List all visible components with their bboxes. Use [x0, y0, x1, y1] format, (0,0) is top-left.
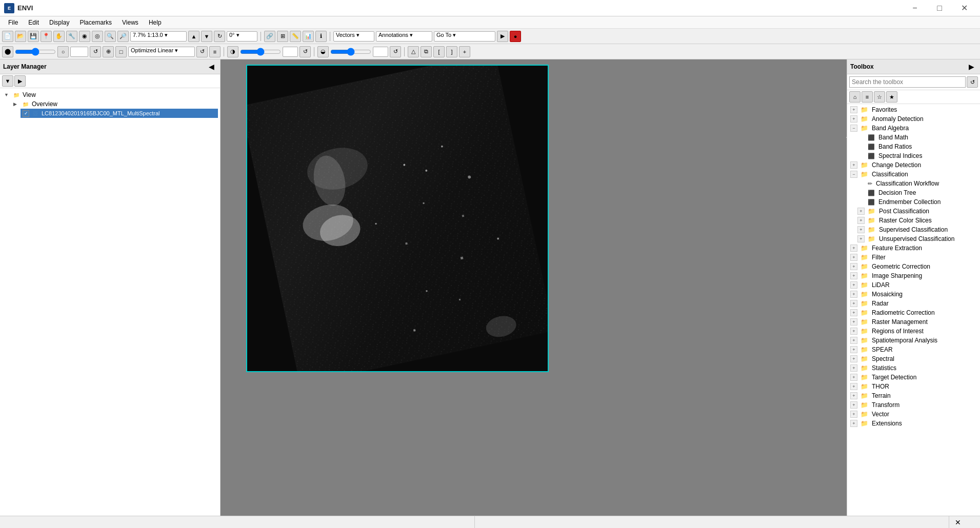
expand-btn-extensions[interactable]: + — [850, 420, 857, 427]
toolbox-item-unsupervised-classification[interactable]: +📁Unsupervised Classification — [848, 234, 979, 243]
maximize-button[interactable]: □ — [928, 0, 951, 16]
toolbox-refresh-btn[interactable]: ↺ — [967, 76, 978, 88]
toolbox-star2-btn[interactable]: ★ — [886, 91, 897, 103]
toolbox-item-filter[interactable]: +📁Filter — [848, 253, 979, 262]
brightness-value[interactable]: 50 — [70, 47, 88, 57]
refresh3-btn[interactable]: ↺ — [299, 46, 311, 57]
chart-btn[interactable]: 📊 — [303, 31, 314, 42]
canvas-area[interactable] — [221, 59, 847, 516]
zoom-out-btn[interactable]: 🔍 — [105, 31, 116, 42]
grid-btn[interactable]: ⊞ — [277, 31, 288, 42]
expand-btn-raster-color-slices[interactable]: + — [857, 217, 865, 224]
toolbox-list-btn[interactable]: ≡ — [862, 91, 873, 103]
toolbox-item-raster-management[interactable]: +📁Raster Management — [848, 317, 979, 327]
refresh4-btn[interactable]: ↺ — [390, 46, 401, 57]
tool-btn2[interactable]: ◉ — [79, 31, 90, 42]
info-btn[interactable]: ℹ — [315, 31, 327, 42]
menu-placemarks[interactable]: Placemarks — [75, 18, 116, 27]
expand-btn-lidar[interactable]: + — [850, 281, 857, 289]
bracket1-btn[interactable]: [ — [433, 46, 445, 57]
expand-btn-classification[interactable]: − — [850, 171, 857, 178]
toolbox-item-radar[interactable]: +📁Radar — [848, 299, 979, 308]
expand-btn-unsupervised-classification[interactable]: + — [857, 235, 865, 242]
expand-btn-geometric-correction[interactable]: + — [850, 263, 857, 270]
refresh2-btn[interactable]: ↺ — [196, 46, 208, 57]
expand-btn-radiometric-correction[interactable]: + — [850, 309, 857, 316]
stretch-icon-btn[interactable]: ⬤ — [2, 46, 13, 57]
toolbox-item-vector[interactable]: +📁Vector — [848, 410, 979, 419]
toolbox-item-anomaly-detection[interactable]: +📁Anomaly Detection — [848, 114, 979, 124]
toolbox-search-input[interactable] — [849, 76, 966, 88]
sun-slider[interactable] — [330, 48, 371, 55]
close-button[interactable]: ✕ — [952, 0, 976, 16]
toolbox-item-target-detection[interactable]: +📁Target Detection — [848, 373, 979, 382]
expand-btn-statistics[interactable]: + — [850, 364, 857, 372]
stretch-dropdown[interactable]: Optimized Linear ▾ — [128, 47, 195, 57]
rotation-dropdown[interactable]: 0° ▾ — [227, 31, 257, 42]
rot-btn[interactable]: ↻ — [214, 31, 225, 42]
status-close-btn[interactable]: ✕ — [952, 517, 964, 528]
expand-btn-image-sharpening[interactable]: + — [850, 272, 857, 279]
vectors-dropdown[interactable]: Vectors ▾ — [333, 31, 374, 42]
expand-btn-vector[interactable]: + — [850, 411, 857, 418]
crosshair-btn[interactable]: ⊕ — [103, 46, 114, 57]
toolbox-item-band-algebra[interactable]: −📁Band Algebra — [848, 124, 979, 133]
toolbox-item-terrain[interactable]: +📁Terrain — [848, 391, 979, 400]
toolbox-item-classification-workflow[interactable]: ✏Classification Workflow — [848, 179, 979, 188]
new-btn[interactable]: 📄 — [2, 31, 13, 42]
tree-item-overview[interactable]: ▶ 📁 Overview — [11, 99, 218, 109]
measure-btn[interactable]: 📏 — [290, 31, 301, 42]
toolbox-item-decision-tree[interactable]: ⬛Decision Tree — [848, 188, 979, 197]
sun-btn[interactable]: ◒ — [317, 46, 329, 57]
toolbox-item-extensions[interactable]: +📁Extensions — [848, 419, 979, 428]
toolbox-item-spear[interactable]: +📁SPEAR — [848, 345, 979, 354]
expand-btn-spectral[interactable]: + — [850, 355, 857, 362]
expand-btn-filter[interactable]: + — [850, 254, 857, 261]
link-btn[interactable]: 🔗 — [264, 31, 275, 42]
expand-btn-feature-extraction[interactable]: + — [850, 245, 857, 252]
toolbox-item-spatiotemporal-analysis[interactable]: +📁Spatiotemporal Analysis — [848, 336, 979, 345]
square-btn[interactable]: □ — [115, 46, 127, 57]
expand-btn-band-algebra[interactable]: − — [850, 125, 857, 132]
menu-help[interactable]: Help — [145, 18, 166, 27]
expand-btn-radar[interactable]: + — [850, 300, 857, 307]
pin-btn[interactable]: 📍 — [41, 31, 52, 42]
toolbox-item-regions-of-interest[interactable]: +📁Regions of Interest — [848, 327, 979, 336]
expand-btn-favorites[interactable]: + — [850, 106, 857, 113]
expand-btn-mosaicking[interactable]: + — [850, 291, 857, 298]
contrast-slider[interactable] — [240, 48, 281, 55]
menu-display[interactable]: Display — [45, 18, 73, 27]
move-btn[interactable]: ✋ — [53, 31, 65, 42]
expand-btn-spear[interactable]: + — [850, 346, 857, 353]
red-btn[interactable]: ● — [510, 31, 521, 42]
toolbox-item-spectral[interactable]: +📁Spectral — [848, 354, 979, 363]
toolbox-item-spectral-indices[interactable]: ⬛Spectral Indices — [848, 151, 979, 160]
minimize-button[interactable]: − — [903, 0, 927, 16]
toolbox-star-btn[interactable]: ☆ — [874, 91, 885, 103]
annotations-dropdown[interactable]: Annotations ▾ — [376, 31, 432, 42]
toolbox-item-endmember-collection[interactable]: ⬛Endmember Collection — [848, 197, 979, 207]
toolbox-item-band-ratios[interactable]: ⬛Band Ratios — [848, 142, 979, 151]
menu-file[interactable]: File — [4, 18, 22, 27]
toolbox-item-post-classification[interactable]: +📁Post Classification — [848, 207, 979, 216]
toolbox-item-transform[interactable]: +📁Transform — [848, 400, 979, 410]
goto-dropdown[interactable]: Go To ▾ — [434, 31, 495, 42]
expand-btn-supervised-classification[interactable]: + — [857, 226, 865, 233]
layer-manager-collapse-btn[interactable]: ◀ — [206, 61, 217, 72]
toolbox-item-lidar[interactable]: +📁LiDAR — [848, 280, 979, 290]
contrast-value[interactable]: 10 — [283, 47, 298, 57]
toolbox-item-band-math[interactable]: ⬛Band Math — [848, 133, 979, 142]
toolbox-item-supervised-classification[interactable]: +📁Supervised Classification — [848, 225, 979, 234]
toolbox-item-favorites[interactable]: +📁Favorites — [848, 105, 979, 114]
layers-btn[interactable]: ≡ — [209, 46, 221, 57]
expand-btn-change-detection[interactable]: + — [850, 161, 857, 169]
expand-btn-terrain[interactable]: + — [850, 392, 857, 399]
lm-expand-btn[interactable]: ▼ — [2, 75, 13, 87]
tree-item-view[interactable]: ▼ 📁 View — [2, 90, 218, 99]
sun-value[interactable]: 0 — [373, 47, 388, 57]
toolbox-home-btn[interactable]: ⌂ — [849, 91, 861, 103]
toolbox-item-thor[interactable]: +📁THOR — [848, 382, 979, 391]
expand-btn-transform[interactable]: + — [850, 401, 857, 409]
lm-collapse-btn[interactable]: ▶ — [14, 75, 26, 87]
expand-btn-regions-of-interest[interactable]: + — [850, 328, 857, 335]
